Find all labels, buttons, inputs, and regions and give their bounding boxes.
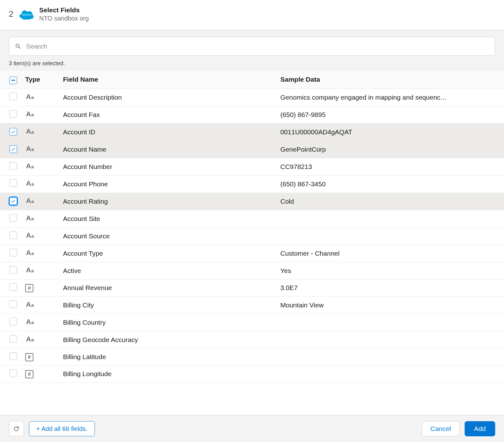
sample-data-cell: (650) 867-3450 xyxy=(277,175,504,193)
field-name-cell: Account ID xyxy=(60,123,277,141)
field-name-cell: Account Fax xyxy=(60,106,277,123)
field-name-cell: Billing Country xyxy=(60,314,277,331)
table-row[interactable]: #Billing Longitude xyxy=(0,365,504,382)
sample-data-cell xyxy=(277,348,504,365)
text-type-icon: Aa xyxy=(25,266,35,276)
footer-bar: + Add all 66 fields. Cancel Add xyxy=(0,415,504,442)
row-checkbox[interactable] xyxy=(9,249,17,256)
sample-data-cell: CC978213 xyxy=(277,158,504,175)
table-row[interactable]: AaActiveYes xyxy=(0,262,504,279)
search-icon xyxy=(15,43,22,50)
text-type-icon: Aa xyxy=(25,110,35,119)
number-type-icon: # xyxy=(25,370,33,378)
column-header-field-name[interactable]: Field Name xyxy=(60,70,277,89)
row-checkbox[interactable] xyxy=(9,369,17,377)
sample-data-cell: Yes xyxy=(277,262,504,279)
column-header-type[interactable]: Type xyxy=(22,70,60,89)
fields-table: Type Field Name Sample Data AaAccount De… xyxy=(0,70,504,383)
row-checkbox[interactable] xyxy=(9,110,17,118)
refresh-button[interactable] xyxy=(9,421,24,436)
salesforce-cloud-icon: salesforce xyxy=(20,9,34,20)
number-type-icon: # xyxy=(25,353,33,361)
table-row[interactable]: AaAccount NameGenePointCorp xyxy=(0,141,504,158)
row-checkbox[interactable] xyxy=(9,145,17,153)
text-type-icon: Aa xyxy=(25,93,35,102)
text-type-icon: Aa xyxy=(25,162,35,172)
row-checkbox[interactable] xyxy=(9,266,17,274)
table-row[interactable]: AaBilling CityMountain View xyxy=(0,296,504,314)
field-name-cell: Account Rating xyxy=(60,193,277,210)
field-name-cell: Billing City xyxy=(60,296,277,314)
table-row[interactable]: #Annual Revenue3.0E7 xyxy=(0,279,504,296)
table-row[interactable]: AaAccount Site xyxy=(0,210,504,227)
row-checkbox[interactable] xyxy=(9,197,17,205)
sample-data-cell xyxy=(277,210,504,227)
column-header-sample-data[interactable]: Sample Data xyxy=(277,70,504,89)
field-name-cell: Billing Geocode Accuracy xyxy=(60,331,277,348)
sample-data-cell: (650) 867-9895 xyxy=(277,106,504,123)
text-type-icon: Aa xyxy=(25,318,35,327)
search-input[interactable] xyxy=(26,42,489,50)
field-name-cell: Account Source xyxy=(60,227,277,245)
sample-data-cell: Customer - Channel xyxy=(277,245,504,262)
row-checkbox[interactable] xyxy=(9,214,17,222)
select-all-checkbox[interactable] xyxy=(9,77,17,84)
field-name-cell: Active xyxy=(60,262,277,279)
text-type-icon: Aa xyxy=(25,300,35,310)
field-name-cell: Billing Longitude xyxy=(60,365,277,382)
row-checkbox[interactable] xyxy=(9,318,17,325)
row-checkbox[interactable] xyxy=(9,128,17,136)
table-row[interactable]: AaAccount Phone(650) 867-3450 xyxy=(0,175,504,193)
field-name-cell: Account Name xyxy=(60,141,277,158)
table-row[interactable]: AaAccount Fax(650) 867-9895 xyxy=(0,106,504,123)
sample-data-cell xyxy=(277,331,504,348)
text-type-icon: Aa xyxy=(25,231,35,241)
field-name-cell: Annual Revenue xyxy=(60,279,277,296)
text-type-icon: Aa xyxy=(25,145,35,154)
row-checkbox[interactable] xyxy=(9,352,17,360)
table-row[interactable]: #Billing Latitude xyxy=(0,348,504,365)
table-row[interactable]: AaAccount TypeCustomer - Channel xyxy=(0,245,504,262)
text-type-icon: Aa xyxy=(25,179,35,189)
page-title: Select Fields xyxy=(39,6,89,14)
table-row[interactable]: AaBilling Geocode Accuracy xyxy=(0,331,504,348)
field-name-cell: Account Phone xyxy=(60,175,277,193)
field-name-cell: Account Type xyxy=(60,245,277,262)
selection-count: 3 item(s) are selected. xyxy=(9,60,495,67)
sample-data-cell: Cold xyxy=(277,193,504,210)
text-type-icon: Aa xyxy=(25,249,35,258)
minus-icon xyxy=(11,80,15,81)
refresh-icon xyxy=(13,425,20,432)
table-row[interactable]: AaBilling Country xyxy=(0,314,504,331)
table-row[interactable]: AaAccount NumberCC978213 xyxy=(0,158,504,175)
sample-data-cell: 0011U00000AD4gAQAT xyxy=(277,123,504,141)
search-wrapper xyxy=(9,37,495,56)
svg-text:salesforce: salesforce xyxy=(22,13,32,15)
table-row[interactable]: AaAccount DescriptionGenomics company en… xyxy=(0,89,504,106)
fields-table-wrapper[interactable]: Type Field Name Sample Data AaAccount De… xyxy=(0,70,504,415)
sample-data-cell xyxy=(277,314,504,331)
table-row[interactable]: AaAccount Source xyxy=(0,227,504,245)
sample-data-cell: GenePointCorp xyxy=(277,141,504,158)
sample-data-cell xyxy=(277,365,504,382)
row-checkbox[interactable] xyxy=(9,300,17,308)
step-number: 2 xyxy=(9,9,13,19)
step-header: 2 salesforce Select Fields NTO sandbox o… xyxy=(0,0,504,31)
add-button[interactable]: Add xyxy=(465,421,495,436)
text-type-icon: Aa xyxy=(25,214,35,224)
row-checkbox[interactable] xyxy=(9,162,17,170)
add-all-fields-button[interactable]: + Add all 66 fields. xyxy=(29,421,95,436)
field-name-cell: Account Description xyxy=(60,89,277,106)
row-checkbox[interactable] xyxy=(9,335,17,343)
table-row[interactable]: AaAccount RatingCold xyxy=(0,193,504,210)
row-checkbox[interactable] xyxy=(9,231,17,239)
row-checkbox[interactable] xyxy=(9,179,17,187)
search-section: 3 item(s) are selected. xyxy=(0,31,504,70)
sample-data-cell: Genomics company engaged in mapping and … xyxy=(277,89,504,106)
cancel-button[interactable]: Cancel xyxy=(422,421,459,436)
row-checkbox[interactable] xyxy=(9,283,17,291)
text-type-icon: Aa xyxy=(25,335,35,345)
sample-data-cell xyxy=(277,227,504,245)
table-row[interactable]: AaAccount ID0011U00000AD4gAQAT xyxy=(0,123,504,141)
row-checkbox[interactable] xyxy=(9,93,17,100)
